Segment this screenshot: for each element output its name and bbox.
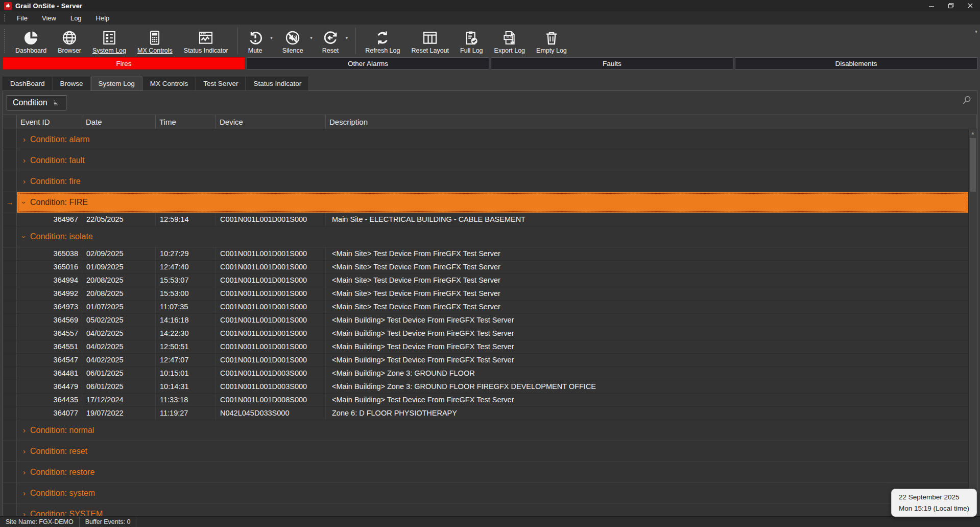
toolbar-button-system-log[interactable]: System Log <box>87 27 132 56</box>
dropdown-arrow-icon[interactable]: ▾ <box>270 35 273 40</box>
expand-group-icon[interactable]: › <box>23 489 26 497</box>
alarm-segment-faults[interactable]: Faults <box>491 57 733 70</box>
cell-device: C001N001L001D003S000 <box>216 367 326 380</box>
cell-date: 06/01/2025 <box>82 367 156 380</box>
group-row-reset[interactable]: ›Condition: reset <box>3 441 968 462</box>
event-row[interactable]: 36455704/02/202514:22:30C001N001L001D001… <box>3 327 968 340</box>
grid-header: Event IDDateTimeDeviceDescription <box>3 114 977 129</box>
layout-icon <box>422 30 438 46</box>
alarm-segment-fires[interactable]: Fires <box>3 57 245 70</box>
toolbar-label: System Log <box>92 47 126 54</box>
event-row[interactable]: 36455104/02/202512:50:51C001N001L001D001… <box>3 340 968 354</box>
vertical-scrollbar[interactable]: ▲ ▼ <box>968 129 977 516</box>
event-row[interactable]: 36456905/02/202514:16:18C001N001L001D001… <box>3 314 968 327</box>
cell-device: C001N001L001D001S000 <box>216 327 326 340</box>
event-row[interactable]: 36447906/01/202510:14:31C001N001L001D003… <box>3 380 968 394</box>
group-row-isolate[interactable]: ›Condition: isolate <box>3 226 968 247</box>
group-by-condition-chip[interactable]: Condition <box>7 95 66 110</box>
dropdown-arrow-icon[interactable]: ▾ <box>310 35 313 40</box>
toolbar-button-empty-log[interactable]: Empty Log <box>531 27 572 56</box>
group-row-system[interactable]: ›Condition: system <box>3 483 968 504</box>
scrollbar-thumb[interactable] <box>970 138 976 192</box>
tab-browse[interactable]: Browse <box>53 77 91 90</box>
toolbar-button-export-log[interactable]: .XLSExport Log <box>489 27 531 56</box>
group-row-normal[interactable]: ›Condition: normal <box>3 420 968 441</box>
toolbar-button-status-indicator[interactable]: Status Indicator <box>178 27 234 56</box>
alarm-segment-disablements[interactable]: Disablements <box>735 57 977 70</box>
dropdown-arrow-icon[interactable]: ▾ <box>346 35 348 40</box>
toolbar-button-full-log[interactable]: Full Log <box>455 27 488 56</box>
group-row-fault[interactable]: ›Condition: fault <box>3 150 968 171</box>
menu-grip-icon[interactable] <box>4 14 6 21</box>
event-row[interactable]: 36496722/05/202512:59:14C001N001L001D001… <box>3 213 968 226</box>
menu-help[interactable]: Help <box>89 12 117 24</box>
column-header-time[interactable]: Time <box>156 115 216 129</box>
cell-time: 11:33:18 <box>156 394 216 406</box>
search-icon[interactable] <box>961 95 972 106</box>
toolbar-button-refresh-log[interactable]: Refresh Log <box>360 27 405 56</box>
cell-date: 02/09/2025 <box>82 247 156 260</box>
toolbar-button-mute[interactable]: Mute▾ <box>242 27 277 56</box>
collapse-group-icon[interactable]: › <box>20 201 28 204</box>
toolbar-button-browser[interactable]: Browser <box>52 27 87 56</box>
column-header-event-id[interactable]: Event ID <box>17 115 82 129</box>
toolbar-label: Refresh Log <box>365 47 400 54</box>
cell-description: <Main Site> Test Device From FireGFX Tes… <box>326 301 968 313</box>
alarm-segment-other-alarms[interactable]: Other Alarms <box>247 57 489 70</box>
toolbar-label: Export Log <box>494 47 525 54</box>
toolbar-label: Empty Log <box>536 47 567 54</box>
scroll-up-icon[interactable]: ▲ <box>969 129 977 137</box>
toolbar-overflow-icon[interactable]: ▾ <box>975 29 977 34</box>
group-row-fire[interactable]: →›Condition: FIRE <box>3 192 968 213</box>
group-text: Condition: normal <box>30 420 94 441</box>
collapse-group-icon[interactable]: › <box>20 236 28 238</box>
group-row-fire[interactable]: ›Condition: fire <box>3 171 968 192</box>
expand-group-icon[interactable]: › <box>23 135 26 143</box>
event-row[interactable]: 36443517/12/202411:33:18C001N001L001D008… <box>3 394 968 407</box>
event-row[interactable]: 36499420/08/202515:53:07C001N001L001D001… <box>3 274 968 287</box>
globe-icon <box>61 30 78 46</box>
toolbar-grip-icon[interactable] <box>4 29 6 53</box>
restore-button[interactable] <box>941 0 961 11</box>
tab-dashboard[interactable]: DashBoard <box>3 77 53 90</box>
group-row-alarm[interactable]: ›Condition: alarm <box>3 129 968 150</box>
group-row-restore[interactable]: ›Condition: restore <box>3 462 968 483</box>
expand-group-icon[interactable]: › <box>23 447 26 455</box>
tab-status-indicator[interactable]: Status Indicator <box>246 77 309 90</box>
minimize-button[interactable] <box>922 0 941 11</box>
event-row[interactable]: 36501601/09/202512:47:40C001N001L001D001… <box>3 261 968 274</box>
cell-description: Main Site - ELECTRICAL BUILDING - CABLE … <box>326 213 968 226</box>
toolbar-button-silence[interactable]: Silence▾ <box>277 27 317 56</box>
event-row[interactable]: 36454704/02/202512:47:07C001N001L001D001… <box>3 354 968 367</box>
menu-view[interactable]: View <box>35 12 63 24</box>
event-row[interactable]: 36499220/08/202515:53:00C001N001L001D001… <box>3 287 968 301</box>
expand-group-icon[interactable]: › <box>23 177 26 185</box>
row-indicator-selected-arrow-icon: → <box>3 192 17 213</box>
group-row-system[interactable]: ›Condition: SYSTEM <box>3 504 968 516</box>
menu-file[interactable]: File <box>10 12 35 24</box>
toolbar-button-reset-layout[interactable]: Reset Layout <box>405 27 455 56</box>
event-row[interactable]: 36407719/07/202211:19:27N042L045D033S000… <box>3 407 968 420</box>
toolbar-button-dashboard[interactable]: Dashboard <box>10 27 52 56</box>
expand-group-icon[interactable]: › <box>23 156 26 164</box>
expand-group-icon[interactable]: › <box>23 426 26 434</box>
expand-group-icon[interactable]: › <box>23 468 26 476</box>
toolbar-button-reset[interactable]: Reset▾ <box>317 27 352 56</box>
column-header-date[interactable]: Date <box>82 115 156 129</box>
tab-mx-controls[interactable]: MX Controls <box>142 77 196 90</box>
close-button[interactable] <box>961 0 980 11</box>
cell-time: 12:47:40 <box>156 261 216 273</box>
column-header-description[interactable]: Description <box>326 115 977 129</box>
tab-system-log[interactable]: System Log <box>91 77 142 90</box>
column-header-device[interactable]: Device <box>216 115 326 129</box>
expand-group-icon[interactable]: › <box>23 510 26 516</box>
menu-log[interactable]: Log <box>63 12 89 24</box>
cell-date: 04/02/2025 <box>82 354 156 366</box>
event-row[interactable]: 36497301/07/202511:07:35C001N001L001D001… <box>3 301 968 314</box>
event-row[interactable]: 36448106/01/202510:15:01C001N001L001D003… <box>3 367 968 380</box>
tab-test-server[interactable]: Test Server <box>196 77 246 90</box>
event-row[interactable]: 36503802/09/202510:27:29C001N001L001D001… <box>3 247 968 261</box>
group-text: Condition: FIRE <box>30 192 88 213</box>
toolbar-label: Reset Layout <box>411 47 449 54</box>
toolbar-button-mx-controls[interactable]: MX Controls <box>132 27 178 56</box>
